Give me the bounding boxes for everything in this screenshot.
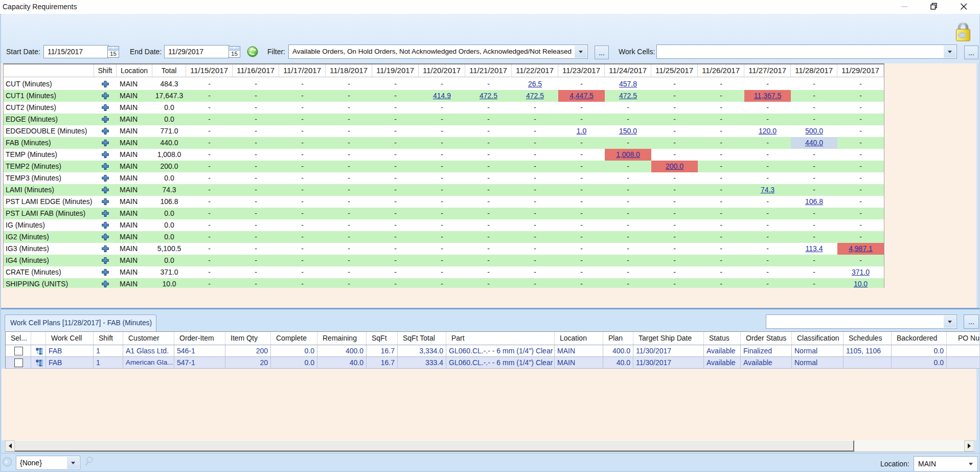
svg-text:15: 15 xyxy=(231,51,238,57)
svg-text:15: 15 xyxy=(110,51,117,57)
